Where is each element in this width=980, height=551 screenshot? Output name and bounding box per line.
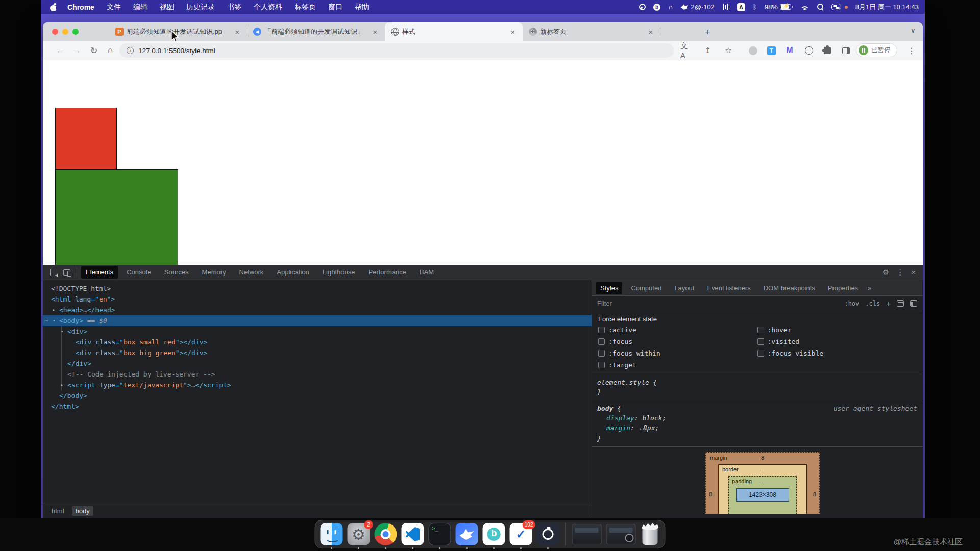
devtools-kebab-menu[interactable]: ⋮ — [896, 268, 904, 277]
zoom-window-button[interactable] — [72, 29, 79, 35]
devtools-tab-network[interactable]: Network — [235, 266, 268, 279]
devtools-tab-bam[interactable]: BAM — [415, 266, 438, 279]
devtools-tab-console[interactable]: Console — [122, 266, 156, 279]
disclosure-arrow-icon[interactable]: ▾ — [61, 326, 63, 337]
box-model-margin[interactable]: margin 8 8 8 - - - - border - — [705, 452, 820, 514]
computed-styles-icon[interactable] — [897, 300, 904, 307]
forward-button[interactable]: → — [70, 44, 83, 57]
menu-app-name[interactable]: Chrome — [67, 3, 94, 11]
menu-item-个人资料[interactable]: 个人资料 — [254, 3, 282, 11]
checkbox[interactable] — [598, 338, 605, 345]
checkbox[interactable] — [598, 362, 605, 368]
dock-icon-finder[interactable] — [321, 523, 343, 545]
tab-close-icon[interactable]: × — [508, 27, 518, 36]
url-text[interactable]: 127.0.0.1:5500/style.html — [138, 47, 215, 55]
force-state-visited[interactable]: :visited — [757, 338, 917, 345]
inspect-element-icon[interactable] — [48, 267, 59, 278]
new-style-rule-button[interactable]: + — [886, 299, 891, 308]
browser-tab-2[interactable]: ◀「前端必须知道的开发调试知识」× — [247, 22, 385, 41]
checkbox[interactable] — [757, 327, 764, 333]
menu-item-文件[interactable]: 文件 — [107, 3, 121, 11]
tab-close-icon[interactable]: × — [646, 27, 655, 36]
disclosure-arrow-icon[interactable]: ▸ — [53, 305, 55, 315]
device-toolbar-icon[interactable] — [61, 267, 72, 278]
filter-input[interactable]: Filter — [597, 299, 838, 307]
dock-icon-terminal[interactable] — [429, 523, 451, 545]
force-state-hover[interactable]: :hover — [757, 326, 917, 334]
minimized-window-thumbnail-1[interactable] — [572, 524, 602, 544]
browser-menu-kebab[interactable]: ⋮ — [905, 44, 918, 57]
obs-status-icon[interactable] — [639, 4, 646, 10]
dom-tree-node[interactable]: ▾<div> — [43, 326, 592, 337]
back-button[interactable]: ← — [54, 44, 66, 57]
home-button[interactable]: ⌂ — [104, 44, 116, 57]
dom-tree-node[interactable]: <!DOCTYPE html> — [43, 283, 592, 294]
headset-status-icon[interactable]: ∩ — [668, 3, 673, 11]
site-info-icon[interactable]: i — [127, 47, 134, 54]
translate-icon[interactable]: 文A — [680, 44, 693, 57]
selector-text[interactable]: body — [597, 405, 613, 412]
devtools-tab-memory[interactable]: Memory — [198, 266, 231, 279]
tab-close-icon[interactable]: × — [233, 27, 242, 36]
devtools-close-button[interactable]: × — [911, 268, 916, 277]
dock-icon-trash[interactable] — [641, 522, 660, 546]
property-value[interactable]: 8px — [643, 424, 655, 432]
breadcrumb-body[interactable]: body — [72, 506, 93, 516]
property-name[interactable]: margin — [606, 424, 630, 432]
sidebar-overflow-chevron[interactable]: » — [868, 284, 871, 292]
styles-tab-dom-breakpoints[interactable]: DOM breakpoints — [760, 282, 819, 294]
new-tab-button[interactable]: + — [701, 26, 714, 38]
extension-m-icon[interactable]: M — [783, 44, 796, 57]
box-model-border[interactable]: border - padding - 1423×308 — [718, 464, 807, 514]
css-property[interactable]: display: block; — [597, 413, 917, 423]
element-style-rule[interactable]: element.style {} — [592, 374, 922, 400]
extension-circle-icon[interactable] — [803, 44, 815, 57]
force-state-active[interactable]: :active — [598, 326, 757, 334]
dock-icon-wecom[interactable]: 102 — [510, 523, 532, 545]
more-actions-ellipsis[interactable]: ⋯ — [44, 315, 48, 326]
dock-icon-chrome[interactable] — [375, 523, 397, 545]
body-style-rule[interactable]: user agent stylesheetbody {display: bloc… — [592, 400, 922, 447]
devtools-tab-performance[interactable]: Performance — [363, 266, 410, 279]
apple-menu-icon[interactable] — [50, 3, 57, 11]
share-icon[interactable]: ↥ — [702, 44, 714, 57]
tab-close-icon[interactable]: × — [371, 27, 380, 36]
input-source-switch[interactable]: A — [737, 3, 745, 11]
border-top-value[interactable]: - — [719, 466, 806, 472]
styles-tab-layout[interactable]: Layout — [670, 282, 698, 294]
reload-button[interactable]: ↻ — [88, 44, 100, 57]
margin-top-value[interactable]: 8 — [706, 455, 819, 461]
close-window-button[interactable] — [52, 29, 58, 35]
margin-left-value[interactable]: 8 — [707, 491, 714, 497]
bookmark-star-icon[interactable]: ☆ — [722, 44, 734, 57]
minimized-window-thumbnail-2[interactable] — [606, 524, 636, 544]
property-name[interactable]: display — [606, 414, 634, 422]
b-status-icon[interactable]: b — [653, 4, 660, 11]
dock-icon-obs[interactable] — [537, 523, 559, 545]
spotlight-icon[interactable] — [817, 4, 824, 10]
breadcrumb-html[interactable]: html — [48, 506, 68, 516]
menu-item-编辑[interactable]: 编辑 — [133, 3, 148, 11]
extensions-puzzle-icon[interactable] — [821, 44, 834, 57]
selector-text[interactable]: element.style — [597, 379, 649, 386]
box-model-content[interactable]: 1423×308 — [736, 488, 789, 502]
dom-tree-node[interactable]: <html lang="en"> — [43, 294, 592, 305]
dock-icon-bapp[interactable] — [483, 523, 505, 545]
force-state-focus-visible[interactable]: :focus-visible — [757, 349, 917, 357]
menu-clock[interactable]: 8月1日 周一 10:14:43 — [855, 3, 919, 12]
margin-right-value[interactable]: 8 — [811, 491, 818, 497]
extension-t-icon[interactable]: T — [765, 44, 777, 57]
dock-icon-dove[interactable] — [456, 523, 478, 545]
property-value[interactable]: block — [642, 414, 662, 422]
minimize-window-button[interactable] — [62, 29, 68, 35]
menu-item-帮助[interactable]: 帮助 — [355, 3, 369, 11]
checkbox[interactable] — [757, 338, 764, 345]
dom-tree-node[interactable]: ▸<script type="text/javascript">…</scrip… — [43, 380, 592, 390]
element-classes-button[interactable]: .cls — [865, 300, 880, 307]
battery-indicator[interactable]: 98% — [765, 3, 793, 11]
devtools-tab-application[interactable]: Application — [272, 266, 314, 279]
force-state-target[interactable]: :target — [598, 361, 757, 369]
dock-icon-settings[interactable]: 2 — [348, 523, 370, 545]
menu-item-书签[interactable]: 书签 — [227, 3, 241, 11]
dom-tree-node[interactable]: ▸<head>…</head> — [43, 305, 592, 315]
